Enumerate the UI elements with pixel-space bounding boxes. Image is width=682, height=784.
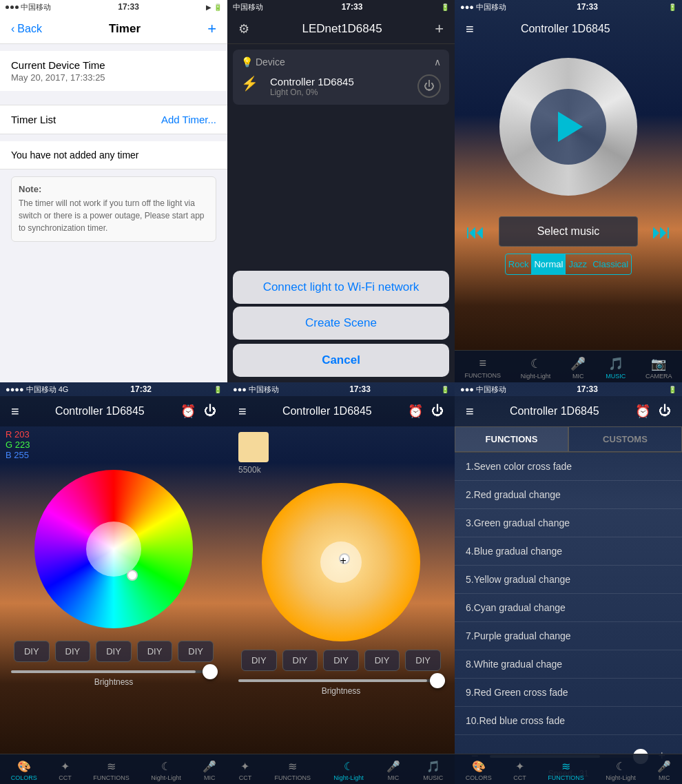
power-button[interactable]: ⏻ [417,74,441,98]
device-name: Controller 1D6845 [270,76,354,87]
nav-mic[interactable]: 🎤 MIC [570,356,586,380]
nav-nightlight-5[interactable]: ☾ Night-Light [333,760,364,781]
genre-rock[interactable]: Rock [506,254,532,274]
nav-cct[interactable]: ✦ CCT [59,760,72,781]
cct-diy-btn-1[interactable]: DIY [241,650,277,671]
power-icon-4[interactable]: ⏻ [204,404,216,419]
add-timer-nav-button[interactable]: + [207,20,216,38]
nav-functions-6[interactable]: ≋ FUNCTIONS [548,760,584,781]
nav-cct-5[interactable]: ✦ CCT [239,760,252,781]
add-timer-link[interactable]: Add Timer... [161,114,216,125]
nav-functions-5[interactable]: ≋ FUNCTIONS [274,760,311,781]
wheel-cursor [127,570,138,581]
nightlight-label-4: Night-Light [151,774,181,781]
color-menu-icon[interactable]: ≡ [11,404,19,420]
nav-functions-4[interactable]: ≋ FUNCTIONS [93,760,130,781]
battery-4: 🔋 [214,386,222,393]
camera-label: CAMERA [645,373,672,380]
menu-icon[interactable]: ≡ [466,21,474,37]
diy-btn-5[interactable]: DIY [178,641,214,662]
genre-jazz[interactable]: Jazz [566,254,590,274]
function-item-5[interactable]: 5.Yellow gradual change [455,566,682,594]
create-scene-button[interactable]: Create Scene [233,307,449,340]
function-item-4[interactable]: 4.Blue gradual change [455,537,682,566]
nav-functions[interactable]: ≡ FUNCTIONS [464,356,501,380]
mic-icon-4: 🎤 [203,760,216,773]
nav-cct-6[interactable]: ✦ CCT [513,760,526,781]
nav-nightlight-4[interactable]: ☾ Night-Light [151,760,181,781]
function-item-7[interactable]: 7.Purple gradual change [455,622,682,650]
functions-label-4: FUNCTIONS [93,774,130,781]
function-item-8[interactable]: 8.White gradual chage [455,650,682,679]
nav-camera[interactable]: 📷 CAMERA [645,356,672,380]
genre-classical[interactable]: Classical [590,254,631,274]
power-icon-6[interactable]: ⏻ [659,404,671,419]
diy-btn-3[interactable]: DIY [96,641,132,662]
tab-customs[interactable]: CUSTOMS [568,426,682,452]
cct-diy-btn-3[interactable]: DIY [323,650,359,671]
nightlight-label-6: Night-Light [606,774,636,781]
cct-icon: ✦ [61,760,70,773]
nav-nightlight[interactable]: ☾ Night-Light [521,356,551,380]
diy-buttons: DIY DIY DIY DIY DIY [0,635,227,668]
brightness-thumb-5[interactable] [430,673,445,688]
function-item-10[interactable]: 10.Red blue cross fade [455,707,682,735]
function-item-3[interactable]: 3.Green gradual change [455,509,682,537]
nightlight-label-5: Night-Light [333,774,364,781]
cct-diy-btn-5[interactable]: DIY [405,650,441,671]
diy-btn-2[interactable]: DIY [55,641,91,662]
device-time-value: May 20, 2017, 17:33:25 [11,72,216,83]
rewind-button[interactable]: ⏮ [455,220,496,243]
tab-functions[interactable]: FUNCTIONS [455,426,568,452]
device-time-section: Current Device Time May 20, 2017, 17:33:… [0,51,227,91]
cct-diy-btn-4[interactable]: DIY [364,650,400,671]
function-item-9[interactable]: 9.Red Green cross fade [455,679,682,707]
diy-btn-1[interactable]: DIY [14,641,50,662]
nav-colors[interactable]: 🎨 COLORS [11,760,37,781]
cct-diy-btn-2[interactable]: DIY [282,650,318,671]
nav-music[interactable]: 🎵 MUSIC [606,356,626,380]
color-wheel-container [34,470,193,628]
power-icon-5[interactable]: ⏻ [431,404,444,419]
gear-icon[interactable]: ⚙ [238,21,249,37]
nav-mic-6[interactable]: 🎤 MIC [657,760,671,781]
nightlight-icon-6: ☾ [616,760,626,773]
brightness-thumb-4[interactable] [203,664,218,679]
alarm-icon-5[interactable]: ⏰ [408,404,423,419]
color-nav-title: Controller 1D6845 [55,405,145,417]
back-button[interactable]: ‹ Back [11,23,42,35]
function-item-6[interactable]: 6.Cyan gradual change [455,594,682,622]
cct-menu-icon[interactable]: ≡ [238,404,247,420]
brightness-label-5: Brightness [238,686,444,696]
functions-menu-icon[interactable]: ≡ [466,404,474,420]
add-icon[interactable]: + [435,20,444,38]
brightness-slider-4[interactable] [11,670,216,673]
status-bar-1: 中国移动 17:33 ▶ 🔋 [0,0,227,14]
alarm-icon[interactable]: ⏰ [180,404,196,419]
alarm-icon-6[interactable]: ⏰ [635,404,650,419]
nav-music-5[interactable]: 🎵 MUSIC [423,760,443,781]
timer-nav: ‹ Back Timer + [0,14,227,44]
nav-mic-5[interactable]: 🎤 MIC [386,760,400,781]
note-section: Note: The timer will not work if you tur… [11,176,216,242]
function-item-2[interactable]: 2.Red gradual change [455,481,682,509]
functions-label-6: FUNCTIONS [548,774,584,781]
divider-1 [0,44,227,51]
select-music-button[interactable]: Select music [499,216,638,247]
diy-btn-4[interactable]: DIY [137,641,173,662]
play-button[interactable] [558,112,583,142]
function-item-1[interactable]: 1.Seven color cross fade [455,453,682,481]
collapse-icon[interactable]: ∧ [434,56,441,68]
nav-nightlight-6[interactable]: ☾ Night-Light [606,760,636,781]
nav-colors-6[interactable]: 🎨 COLORS [466,760,492,781]
color-wheel[interactable] [34,470,193,628]
connect-wifi-button[interactable]: Connect light to Wi-Fi network [233,271,449,304]
functions-panel: ●●● 中国移动 17:33 🔋 ≡ Controller 1D6845 ⏰ ⏻… [455,382,682,784]
color-nav: ≡ Controller 1D6845 ⏰ ⏻ [0,396,227,426]
cancel-button[interactable]: Cancel [233,344,449,377]
genre-normal[interactable]: Normal [531,254,566,274]
forward-button[interactable]: ⏭ [641,220,682,243]
nav-mic-4[interactable]: 🎤 MIC [203,760,216,781]
brightness-slider-5[interactable] [238,679,444,682]
divider-2 [0,91,227,98]
